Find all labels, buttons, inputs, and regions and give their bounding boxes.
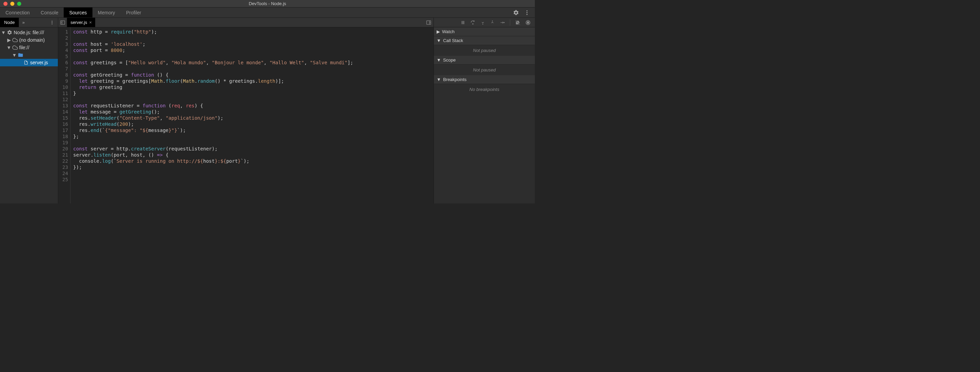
cloud-icon (12, 37, 18, 43)
svg-point-4 (52, 22, 52, 22)
scope-body: Not paused (434, 65, 535, 75)
kebab-menu-icon[interactable] (524, 9, 530, 16)
chevron-down-icon: ▼ (437, 57, 441, 63)
scope-section-label: Scope (443, 57, 456, 63)
chevron-right-icon: ▶ (437, 29, 440, 34)
file-tree: ▼ Node.js: file:/// ▶ (no domain) ▼ file… (0, 27, 58, 203)
sidebar-tab-node[interactable]: Node (0, 18, 19, 27)
chevron-down-icon: ▼ (437, 38, 441, 43)
maximize-window-button[interactable] (17, 2, 21, 6)
svg-point-0 (527, 10, 528, 11)
file-icon (23, 60, 29, 65)
debug-toolbar (434, 18, 535, 27)
traffic-lights (0, 2, 21, 6)
tab-console[interactable]: Console (35, 8, 64, 17)
svg-point-1 (527, 12, 528, 13)
toggle-debugger-icon[interactable] (424, 18, 433, 27)
deactivate-breakpoints-icon[interactable] (515, 20, 520, 25)
minimize-window-button[interactable] (10, 2, 14, 6)
svg-rect-20 (527, 22, 528, 23)
main-tab-strip: Connection Console Sources Memory Profil… (0, 8, 535, 18)
line-gutter: 1234567891011121314151617181920212223242… (58, 27, 70, 203)
editor-pane: server.js × 1234567891011121314151617181… (58, 18, 433, 203)
tree-root[interactable]: ▼ Node.js: file:/// (0, 29, 58, 36)
svg-point-2 (527, 14, 528, 15)
tab-sources[interactable]: Sources (64, 8, 92, 17)
tab-connection[interactable]: Connection (0, 8, 35, 17)
step-out-icon[interactable] (490, 20, 495, 25)
tree-file-label: server.js (30, 60, 48, 65)
call-stack-section-label: Call Stack (443, 38, 463, 43)
tree-folder[interactable]: ▼ (0, 51, 58, 59)
sidebar: Node » ▼ Node.js: file:/// ▶ (no domain) (0, 18, 58, 203)
pause-on-exceptions-icon[interactable] (525, 20, 531, 25)
code-content[interactable]: const http = require("http"); const host… (70, 27, 353, 203)
tab-profiler[interactable]: Profiler (121, 8, 146, 17)
sidebar-kebab-icon[interactable] (46, 18, 58, 27)
svg-point-5 (52, 23, 52, 24)
tree-root-label: Node.js: file:/// (14, 30, 44, 35)
tree-file-scheme-label: file:// (19, 45, 29, 50)
tab-memory[interactable]: Memory (92, 8, 121, 17)
chevron-down-icon: ▼ (437, 77, 441, 82)
step-icon[interactable] (500, 20, 505, 25)
tree-file-server-js[interactable]: server.js (0, 59, 58, 66)
settings-icon[interactable] (513, 9, 519, 16)
call-stack-section-header[interactable]: ▼ Call Stack (434, 36, 535, 45)
step-over-icon[interactable] (470, 20, 476, 25)
svg-point-14 (492, 21, 493, 21)
tree-file-scheme[interactable]: ▼ file:// (0, 44, 58, 51)
folder-icon (18, 52, 23, 58)
watch-section-label: Watch (442, 29, 454, 34)
breakpoints-body: No breakpoints (434, 84, 535, 95)
node-icon (7, 30, 12, 35)
titlebar: DevTools - Node.js (0, 0, 535, 8)
step-into-icon[interactable] (480, 20, 485, 25)
pause-icon[interactable] (461, 20, 465, 25)
close-tab-icon[interactable]: × (89, 20, 92, 25)
toggle-navigator-icon[interactable] (58, 18, 67, 27)
svg-rect-10 (462, 21, 463, 24)
window-title: DevTools - Node.js (248, 1, 286, 6)
sidebar-overflow-icon[interactable]: » (19, 18, 28, 27)
breakpoints-section-label: Breakpoints (443, 77, 467, 82)
editor-tab-label: server.js (70, 20, 87, 25)
editor-tab-server-js[interactable]: server.js × (67, 18, 95, 27)
close-window-button[interactable] (3, 2, 8, 6)
svg-rect-11 (463, 21, 464, 24)
svg-point-3 (52, 21, 52, 21)
call-stack-body: Not paused (434, 45, 535, 56)
cloud-icon (12, 45, 18, 50)
tree-no-domain-label: (no domain) (19, 37, 45, 43)
debugger-pane: ▶ Watch ▼ Call Stack Not paused ▼ Scope … (433, 18, 535, 203)
svg-point-16 (504, 22, 504, 23)
code-editor[interactable]: 1234567891011121314151617181920212223242… (58, 27, 433, 203)
svg-point-13 (482, 24, 483, 24)
svg-rect-21 (528, 22, 529, 23)
watch-section-header[interactable]: ▶ Watch (434, 27, 535, 36)
breakpoints-section-header[interactable]: ▼ Breakpoints (434, 75, 535, 84)
tree-no-domain[interactable]: ▶ (no domain) (0, 36, 58, 44)
scope-section-header[interactable]: ▼ Scope (434, 56, 535, 65)
svg-point-12 (473, 24, 473, 24)
